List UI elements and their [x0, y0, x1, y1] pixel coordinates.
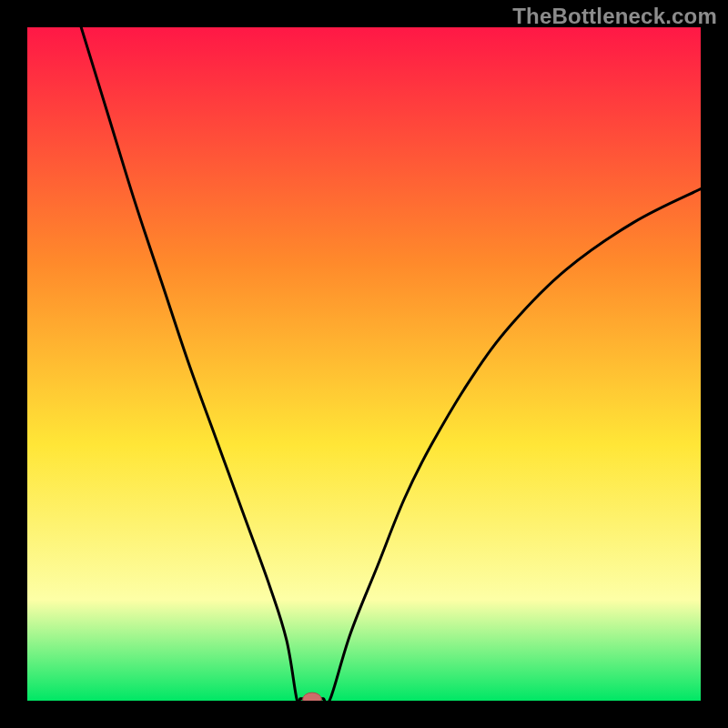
watermark-label: TheBottleneck.com	[512, 4, 717, 29]
chart-svg	[27, 27, 701, 701]
plot-area	[27, 27, 701, 701]
chart-frame: TheBottleneck.com	[0, 0, 728, 728]
